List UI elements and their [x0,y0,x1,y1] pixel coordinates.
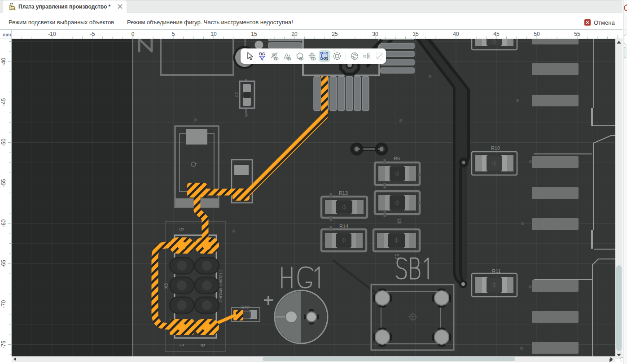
svg-text:5: 5 [172,31,175,37]
svg-text:-65: -65 [0,260,7,268]
svg-text:35: 35 [412,31,419,37]
svg-text:C2: C2 [234,92,239,97]
svg-text:10: 10 [210,31,217,37]
svg-text:СНП346-10ВП21-2: СНП346-10ВП21-2 [219,269,223,303]
svg-text:L3: L3 [397,219,402,224]
svg-text:-75: -75 [0,341,7,349]
svg-text:R10: R10 [491,145,500,151]
svg-text:R11: R11 [492,268,500,274]
svg-text:-50: -50 [0,139,7,147]
svg-text:45: 45 [493,31,500,37]
svg-text:55: 55 [574,31,580,37]
svg-text:25: 25 [332,31,338,37]
svg-text:-60: -60 [0,219,7,228]
svg-text:50: 50 [534,31,540,37]
svg-text:-45: -45 [0,98,7,106]
svg-text:R14: R14 [339,224,348,229]
svg-text:30: 30 [372,31,378,37]
svg-text:6: 6 [200,343,206,346]
svg-text:20: 20 [291,31,298,37]
svg-text:X3: X3 [164,283,169,289]
svg-text:R13: R13 [339,190,348,196]
svg-text:-10: -10 [48,31,56,37]
svg-text:40: 40 [453,31,459,37]
svg-text:-5: -5 [90,31,95,37]
svg-text:5: 5 [179,228,185,231]
svg-text:15: 15 [251,31,257,37]
svg-text:-55: -55 [0,179,7,187]
svg-text:R12: R12 [241,305,250,310]
svg-text:R6: R6 [394,156,400,161]
svg-text:-70: -70 [0,300,7,308]
svg-text:-40: -40 [0,58,7,66]
svg-text:0: 0 [132,31,135,37]
svg-text:DC: DC [259,52,265,56]
svg-text:1: 1 [179,343,185,346]
